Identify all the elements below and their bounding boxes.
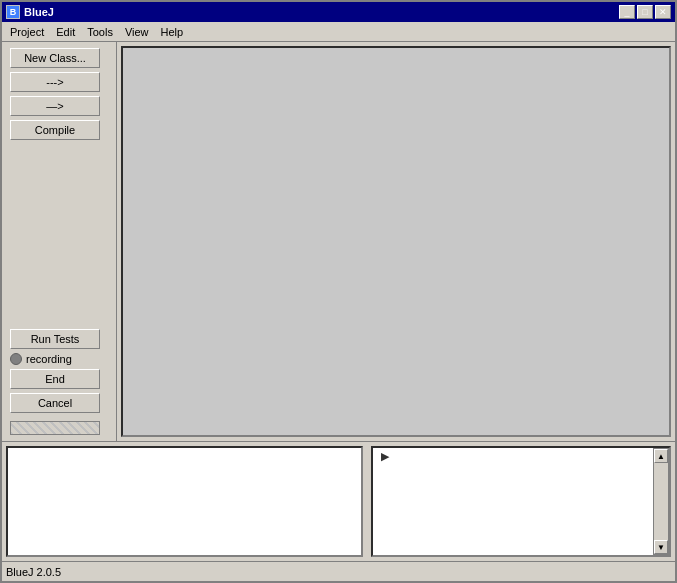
menu-view[interactable]: View xyxy=(119,24,155,40)
resize-handle[interactable] xyxy=(10,421,100,435)
end-button[interactable]: End xyxy=(10,369,100,389)
menu-tools[interactable]: Tools xyxy=(81,24,119,40)
prompt-arrow-icon: ▶ xyxy=(377,448,393,464)
recording-status: recording xyxy=(10,353,108,365)
main-window: B BlueJ _ □ ✕ Project Edit Tools View He… xyxy=(0,0,677,583)
main-area: New Class... ---> —> Compile Run Tests r… xyxy=(2,42,675,441)
arrow2-button[interactable]: —> xyxy=(10,96,100,116)
scroll-up-button[interactable]: ▲ xyxy=(654,449,668,463)
app-icon: B xyxy=(6,5,20,19)
window-title: BlueJ xyxy=(24,6,54,18)
canvas-area[interactable] xyxy=(121,46,671,437)
recording-area: Run Tests recording End Cancel xyxy=(10,329,108,417)
bottom-right-content: ▶ xyxy=(373,448,653,555)
recording-dot-icon xyxy=(10,353,22,365)
recording-label-text: recording xyxy=(26,353,72,365)
minimize-button[interactable]: _ xyxy=(619,5,635,19)
bottom-right-panel[interactable]: ▶ ▲ ▼ xyxy=(371,446,671,557)
menu-edit[interactable]: Edit xyxy=(50,24,81,40)
new-class-button[interactable]: New Class... xyxy=(10,48,100,68)
scrollbar-vertical[interactable]: ▲ ▼ xyxy=(653,448,669,555)
status-text: BlueJ 2.0.5 xyxy=(6,566,61,578)
title-bar: B BlueJ _ □ ✕ xyxy=(2,2,675,22)
sidebar: New Class... ---> —> Compile Run Tests r… xyxy=(2,42,117,441)
maximize-button[interactable]: □ xyxy=(637,5,653,19)
bottom-area: ▶ ▲ ▼ xyxy=(2,441,675,561)
bottom-right-inner: ▶ ▲ ▼ xyxy=(373,448,669,555)
menu-project[interactable]: Project xyxy=(4,24,50,40)
bottom-left-panel[interactable] xyxy=(6,446,363,557)
status-bar: BlueJ 2.0.5 xyxy=(2,561,675,581)
compile-button[interactable]: Compile xyxy=(10,120,100,140)
arrow1-button[interactable]: ---> xyxy=(10,72,100,92)
run-tests-button[interactable]: Run Tests xyxy=(10,329,100,349)
menu-bar: Project Edit Tools View Help xyxy=(2,22,675,42)
title-bar-left: B BlueJ xyxy=(6,5,54,19)
sidebar-spacer xyxy=(10,144,108,325)
scroll-track[interactable] xyxy=(654,463,668,540)
menu-help[interactable]: Help xyxy=(155,24,190,40)
window-controls: _ □ ✕ xyxy=(619,5,671,19)
close-button[interactable]: ✕ xyxy=(655,5,671,19)
cancel-button[interactable]: Cancel xyxy=(10,393,100,413)
scroll-down-button[interactable]: ▼ xyxy=(654,540,668,554)
